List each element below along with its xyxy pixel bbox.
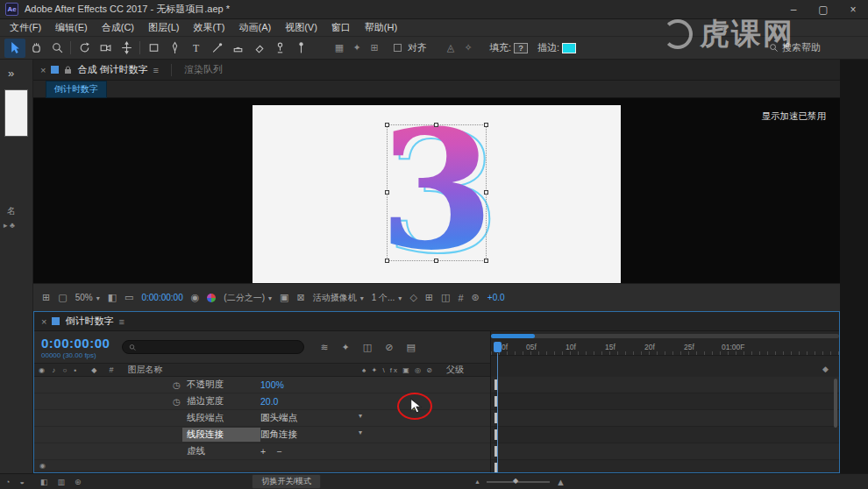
clone-stamp-tool-button[interactable] (227, 39, 248, 58)
remove-dash-button[interactable]: − (276, 446, 281, 457)
stopwatch-icon[interactable]: ◷ (173, 397, 187, 407)
zoom-out-icon[interactable]: ▲ (474, 478, 480, 485)
help-search[interactable]: 搜索帮助 (769, 41, 821, 54)
zoom-slider-track[interactable]: ◆ (487, 481, 550, 483)
timecode-block[interactable]: 0:00:00:00 00000 (30.00 fps) (41, 336, 110, 359)
fill-swatch[interactable]: ? (514, 43, 528, 53)
close-tab-icon[interactable]: × (41, 316, 46, 327)
selection-bounding-box[interactable] (387, 124, 487, 261)
layer-name-column[interactable]: 图层名称 (128, 364, 163, 376)
line-join-dropdown[interactable]: 圆角连接▾ (260, 429, 362, 441)
playhead[interactable] (494, 342, 502, 352)
selection-handle[interactable] (385, 259, 389, 263)
property-label[interactable]: 线段端点 (187, 412, 260, 424)
viewer-timecode[interactable]: 0:00:00:00 (141, 293, 182, 302)
magnification-select[interactable]: 50%▾ (75, 293, 100, 302)
fill-label[interactable]: 填充: (489, 41, 511, 54)
timeline-tab[interactable]: 倒计时数字 (65, 315, 113, 328)
roto-brush-tool-button[interactable] (269, 39, 290, 58)
workspace-icon[interactable]: ✦ (348, 42, 366, 53)
flowchart-icon[interactable]: # (458, 293, 463, 303)
tab-composition[interactable]: 合成 倒计时数字 (77, 63, 147, 76)
rotate-tool-button[interactable] (74, 39, 95, 58)
menu-help[interactable]: 帮助(H) (358, 21, 404, 34)
line-cap-dropdown[interactable]: 圆头端点▾ (260, 412, 362, 424)
lane[interactable] (491, 410, 839, 427)
maximize-button[interactable]: ▢ (808, 0, 838, 18)
lane[interactable] (491, 427, 839, 443)
workspace-icon[interactable]: ▦ (331, 42, 348, 53)
snapshot-icon[interactable]: ◉ (191, 292, 200, 303)
brush-tool-button[interactable] (206, 39, 227, 58)
project-thumbnail[interactable] (4, 89, 28, 137)
time-ruler[interactable]: :00f 05f 10f 15f 20f 25f 01:00F (491, 342, 839, 356)
menu-edit[interactable]: 编辑(E) (48, 21, 95, 34)
selection-handle[interactable] (484, 190, 488, 195)
property-row-dashes[interactable]: 虚线 + − (34, 443, 490, 460)
lane[interactable] (491, 377, 839, 393)
menu-file[interactable]: 文件(F) (3, 21, 48, 34)
zoom-tool-button[interactable] (46, 39, 68, 58)
screen-icon[interactable]: ▢ (58, 292, 67, 303)
composition-viewer[interactable]: 3 3 显示加速已禁用 (33, 98, 840, 283)
transparency-grid-icon[interactable]: ⊠ (296, 292, 304, 303)
mask-mode-icon[interactable]: ◬ (442, 42, 459, 53)
time-navigator-track[interactable] (491, 334, 839, 338)
fast-preview-icon[interactable]: ⊞ (425, 292, 433, 303)
timeline-time-area[interactable]: :00f 05f 10f 15f 20f 25f 01:00F ◆ ◔ (490, 331, 839, 472)
property-row-line-join[interactable]: 线段连接 圆角连接▾ (34, 427, 490, 443)
panel-menu-icon[interactable]: ≡ (118, 316, 124, 327)
menu-view[interactable]: 视图(V) (278, 21, 324, 34)
selection-handle[interactable] (434, 123, 438, 127)
mini-flowchart-icon[interactable]: ◔ (5, 478, 10, 486)
selection-handle[interactable] (385, 123, 389, 127)
mask-toggle-icon[interactable]: ▣ (280, 292, 288, 303)
camera-tool-button[interactable] (95, 39, 116, 58)
timeline-search[interactable] (122, 340, 304, 354)
text-tool-button[interactable]: T (185, 39, 206, 58)
menu-layer[interactable]: 图层(L) (141, 21, 186, 34)
camera-view-select[interactable]: 活动摄像机▾ (313, 292, 364, 304)
rulers-icon[interactable]: ◧ (108, 292, 117, 303)
eraser-tool-button[interactable] (248, 39, 269, 58)
tab-render-queue[interactable]: 渲染队列 (184, 63, 223, 76)
selection-tool-button[interactable] (4, 39, 25, 58)
shape-tool-button[interactable] (143, 39, 164, 58)
selection-handle[interactable] (434, 259, 438, 263)
workspace-icon[interactable]: ⊞ (366, 42, 383, 53)
close-button[interactable]: × (838, 0, 868, 18)
exposure-gear-icon[interactable]: ⊛ (472, 292, 480, 303)
motion-blur-icon[interactable]: ⊘ (385, 342, 393, 353)
current-timecode[interactable]: 0:00:00:00 (41, 336, 110, 351)
snap-checkbox[interactable] (394, 44, 402, 52)
channels-icon[interactable] (207, 294, 216, 302)
frame-blend-icon[interactable]: ◫ (363, 342, 372, 353)
stroke-label[interactable]: 描边: (537, 41, 559, 54)
property-label[interactable]: 虚线 (187, 445, 260, 457)
zoom-in-icon[interactable]: ▲ (556, 477, 566, 487)
region-of-interest-icon[interactable]: ▭ (125, 292, 133, 303)
draft-3d-icon[interactable]: ◒ (19, 478, 24, 486)
property-value[interactable]: 100% (260, 379, 284, 390)
property-row-opacity[interactable]: ◷ 不透明度 100% (34, 377, 490, 393)
always-preview-icon[interactable]: ⊞ (42, 292, 50, 303)
minimize-button[interactable]: – (779, 0, 808, 18)
pen-tool-button[interactable] (164, 39, 185, 58)
property-row-stroke-width[interactable]: ◷ 描边宽度 20.0 (34, 393, 490, 410)
property-label[interactable]: 不透明度 (187, 379, 260, 391)
timeline-scrollbar[interactable] (834, 379, 837, 428)
timeline-nav-icon[interactable]: ◫ (441, 292, 450, 303)
timeline-search-input[interactable] (141, 343, 298, 352)
circled-button[interactable] (411, 404, 417, 410)
zoom-slider-handle[interactable]: ◆ (513, 477, 518, 485)
view-layout-select[interactable]: 1 个...▾ (372, 292, 402, 304)
stopwatch-icon[interactable]: ◷ (173, 380, 187, 390)
resolution-select[interactable]: (二分之一)▾ (224, 292, 272, 304)
shy-toggle-icon[interactable]: ✦ (342, 342, 350, 353)
in-out-stretch-icon[interactable]: ⊛ (75, 478, 82, 486)
pixel-aspect-icon[interactable]: ◇ (409, 292, 416, 303)
project-tree-icon[interactable]: ▸ ♣ (4, 221, 15, 230)
property-row-line-cap[interactable]: 线段端点 圆头端点▾ (34, 410, 490, 427)
property-value[interactable]: 20.0 (260, 396, 278, 407)
selection-handle[interactable] (484, 259, 488, 263)
